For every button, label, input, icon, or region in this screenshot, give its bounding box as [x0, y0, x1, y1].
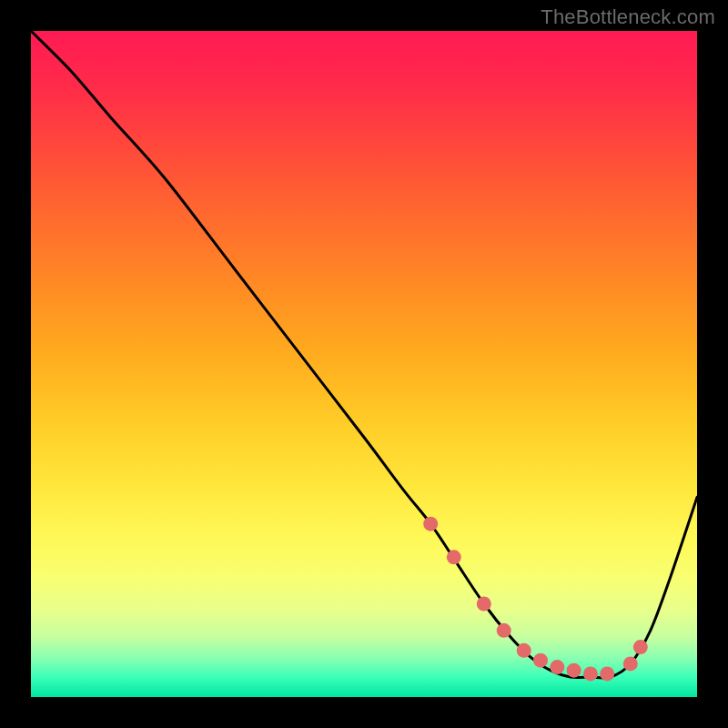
marker-dot: [600, 666, 614, 681]
marker-dot: [423, 517, 438, 531]
marker-dot: [567, 663, 581, 678]
marker-dot: [633, 640, 648, 654]
marker-dot: [623, 656, 638, 671]
marker-dot: [533, 653, 548, 668]
marker-dot: [517, 643, 531, 658]
curve-markers: [423, 517, 648, 682]
chart-frame: TheBottleneck.com: [0, 0, 728, 728]
watermark-text: TheBottleneck.com: [541, 5, 715, 29]
curve-layer: [31, 31, 697, 697]
marker-dot: [583, 666, 598, 681]
bottleneck-curve: [31, 31, 697, 678]
marker-dot: [447, 550, 461, 564]
marker-dot: [550, 660, 564, 674]
marker-dot: [477, 597, 491, 612]
marker-dot: [497, 623, 511, 638]
plot-area: [31, 31, 697, 697]
